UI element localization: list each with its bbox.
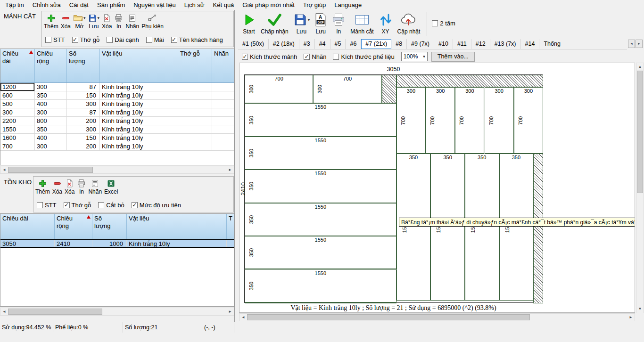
cell[interactable]: 300 bbox=[35, 83, 67, 91]
cell[interactable]: Kính trắng 10ly bbox=[100, 108, 178, 116]
cell[interactable]: 150 bbox=[67, 134, 100, 142]
stock-checkbox-muc-do-uu-tien[interactable]: ✓Mức độ ưu tiên bbox=[132, 202, 181, 209]
menu-item-3[interactable]: Cài đặt bbox=[65, 0, 93, 10]
scroll-thumb[interactable] bbox=[8, 309, 102, 315]
scroll-track[interactable] bbox=[8, 308, 226, 315]
tabs-scroll-right-button[interactable]: ► bbox=[636, 40, 643, 48]
stock-checkbox-cat-bo[interactable]: Cắt bỏ bbox=[98, 202, 124, 209]
cell[interactable]: Kính trắng 10ly bbox=[100, 125, 178, 133]
cell[interactable]: 350 bbox=[35, 125, 67, 133]
cell[interactable]: 150 bbox=[67, 91, 100, 99]
cell[interactable] bbox=[178, 91, 212, 99]
table-row[interactable]: 30030087Kính trắng 10ly bbox=[0, 108, 234, 117]
tab-12[interactable]: #12 bbox=[471, 39, 490, 49]
scroll-thumb[interactable] bbox=[247, 314, 530, 320]
cut-checkbox-dai-canh[interactable]: Dài cạnh bbox=[107, 36, 139, 43]
tab-3[interactable]: #3 bbox=[299, 39, 315, 49]
cut-piece[interactable]: 300700 bbox=[514, 87, 543, 154]
cell[interactable] bbox=[178, 125, 212, 133]
cut-checkbox-stt[interactable]: STT bbox=[45, 36, 65, 43]
diagram-vscrollbar[interactable]: ▲ ▼ bbox=[636, 63, 644, 313]
cut-checkbox-ten-khach-hang[interactable]: ✓Tên khách hàng bbox=[171, 36, 223, 43]
column-header[interactable]: Vật liệu bbox=[127, 214, 227, 239]
cut-piece[interactable]: 3501550 bbox=[465, 154, 499, 301]
cut-piece[interactable]: 3501550 bbox=[499, 154, 534, 301]
cell[interactable]: 300 bbox=[35, 142, 67, 150]
cell[interactable]: 500 bbox=[0, 100, 35, 108]
tab-7[interactable]: #7 (21x) bbox=[361, 39, 391, 49]
view-checkbox-nhan[interactable]: ✓Nhãn bbox=[304, 53, 326, 60]
table-row[interactable]: 120030087Kính trắng 10ly bbox=[0, 83, 234, 91]
table-row[interactable]: 1600400150Kính trắng 10ly bbox=[0, 134, 234, 142]
table-row[interactable]: 2200800200Kính trắng 10ly bbox=[0, 117, 234, 125]
cell[interactable] bbox=[178, 83, 212, 91]
cell[interactable]: Kính trắng 10ly bbox=[127, 240, 227, 247]
cell[interactable]: Kính trắng 10ly bbox=[100, 134, 178, 142]
menu-item-8[interactable]: Giải pháp mới nhất bbox=[238, 0, 298, 10]
update-button[interactable]: Cập nhật bbox=[397, 11, 421, 35]
result-checkbox-2-tam[interactable]: 2 tấm bbox=[432, 20, 455, 27]
chevron-down-icon[interactable]: ▾ bbox=[98, 16, 100, 20]
cut-piece[interactable]: 1550350 bbox=[245, 103, 396, 136]
cut-piece[interactable]: 300700 bbox=[396, 87, 426, 154]
menu-item-9[interactable]: Trợ giúp bbox=[299, 0, 330, 10]
column-header[interactable]: Chiều dài bbox=[0, 49, 35, 82]
cell[interactable]: 350 bbox=[35, 91, 67, 99]
menu-item-7[interactable]: Kết quả bbox=[209, 0, 239, 10]
cut-piece[interactable]: 1550350 bbox=[245, 269, 396, 302]
table-row[interactable]: 700300200Kính trắng 10ly bbox=[0, 142, 234, 151]
cell[interactable]: 300 bbox=[35, 108, 67, 116]
tab-14[interactable]: #14 bbox=[521, 39, 540, 49]
column-header[interactable]: Nhãn bbox=[212, 49, 234, 82]
add-button[interactable]: Thêm bbox=[44, 13, 58, 30]
print-button[interactable]: In bbox=[114, 13, 123, 30]
cell[interactable]: 1600 bbox=[0, 134, 35, 142]
pieces-button[interactable]: Mảnh cắt bbox=[350, 11, 373, 35]
table-row[interactable]: 1550350300Kính trắng 10ly bbox=[0, 125, 234, 134]
cell[interactable]: Kính trắng 10ly bbox=[100, 117, 178, 125]
cell[interactable]: 200 bbox=[67, 117, 100, 125]
cut-checkbox-mai[interactable]: Mài bbox=[146, 36, 164, 43]
scroll-right-button[interactable]: ► bbox=[226, 166, 234, 173]
diagram-hscrollbar[interactable]: ◄ ► bbox=[239, 313, 635, 321]
cut-piece[interactable]: 300700 bbox=[485, 87, 514, 154]
table-row[interactable]: 500400300Kính trắng 10ly bbox=[0, 100, 234, 108]
cell[interactable]: 600 bbox=[0, 91, 35, 99]
menu-item-5[interactable]: Nguyên vật liệu bbox=[129, 0, 180, 10]
tab-13[interactable]: #13 (7x) bbox=[490, 39, 521, 49]
tab-4[interactable]: #4 bbox=[315, 39, 330, 49]
remove-button[interactable]: Xóa bbox=[61, 13, 71, 30]
cutting-diagram[interactable]: 3050 2410 700300700300155035015503501550… bbox=[239, 63, 635, 313]
tab-1[interactable]: #1 (50x) bbox=[238, 39, 269, 49]
tab-11[interactable]: #11 bbox=[453, 39, 471, 49]
delete-button[interactable]: Xóa bbox=[102, 13, 112, 30]
menu-item-2[interactable]: Chỉnh sửa bbox=[28, 0, 65, 10]
save-button[interactable]: ▾Lưu bbox=[88, 13, 100, 30]
stock-table-hscrollbar[interactable]: ◄ ► bbox=[0, 308, 234, 316]
cell[interactable] bbox=[212, 125, 234, 133]
open-button[interactable]: ▾Mở bbox=[73, 13, 86, 30]
cell[interactable]: 1000 bbox=[92, 240, 127, 247]
tabs-scroll-left-button[interactable]: ◄ bbox=[628, 40, 635, 48]
cell[interactable]: 87 bbox=[67, 83, 100, 91]
tab-2[interactable]: #2 (18x) bbox=[269, 39, 299, 49]
cut-checkbox-tho-go[interactable]: ✓Thớ gỗ bbox=[72, 36, 100, 43]
cell[interactable]: 2200 bbox=[0, 117, 35, 125]
cut-piece[interactable]: 300700 bbox=[426, 87, 455, 154]
cut-table-hscrollbar[interactable]: ◄ ► bbox=[0, 166, 234, 174]
cell[interactable]: 400 bbox=[35, 134, 67, 142]
accessories-button[interactable]: Phụ kiện bbox=[141, 13, 164, 30]
menu-item-10[interactable]: Language bbox=[330, 0, 366, 10]
cell[interactable]: 1200 bbox=[0, 83, 35, 91]
zoom-select[interactable]: 100% ▾ bbox=[401, 52, 428, 61]
column-header[interactable]: Chiều dài bbox=[0, 214, 55, 239]
stock-checkbox-stt[interactable]: STT bbox=[37, 202, 57, 209]
cut-piece[interactable]: 3501550 bbox=[396, 154, 431, 301]
cell[interactable] bbox=[178, 100, 212, 108]
column-header[interactable]: Số lượng bbox=[67, 49, 100, 82]
cell[interactable]: 1550 bbox=[0, 125, 35, 133]
cell[interactable]: 400 bbox=[35, 100, 67, 108]
cell[interactable] bbox=[212, 134, 234, 142]
scroll-right-button[interactable]: ► bbox=[226, 308, 234, 315]
cell[interactable] bbox=[178, 134, 212, 142]
